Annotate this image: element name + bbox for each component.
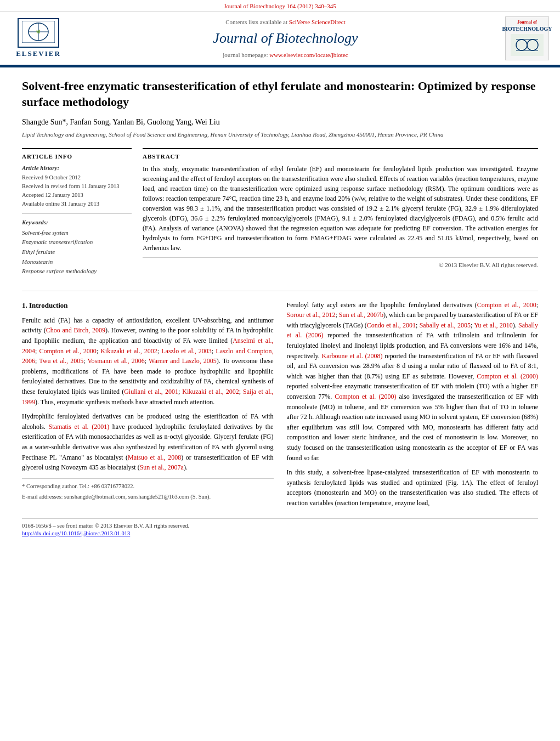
- received-revised-date: Received in revised form 11 January 2013: [22, 182, 132, 191]
- ref-giuliani[interactable]: Giuliani et al., 2001: [124, 388, 178, 395]
- body-divider: [22, 291, 538, 291]
- homepage-link[interactable]: www.elsevier.com/locate/jbiotec: [269, 52, 348, 58]
- ref-twu[interactable]: Twu et al., 2005: [39, 357, 83, 365]
- article-info-heading: ARTICLE INFO: [22, 152, 132, 161]
- journal-logo-title: Journal of: [502, 19, 552, 25]
- abstract-text: In this study, enzymatic transesterifica…: [143, 164, 538, 253]
- article-info-abstract-section: ARTICLE INFO Article history: Received 9…: [22, 148, 538, 282]
- ref-warner[interactable]: Warner and Laszlo, 2005: [149, 357, 217, 365]
- affiliation: Lipid Technology and Engineering, School…: [22, 131, 538, 139]
- keyword-5: Response surface methodology: [22, 267, 132, 276]
- body-right-col: Feruloyl fatty acyl esters are the lipop…: [287, 300, 539, 513]
- bottom-footnotes: 0168-1656/$ – see front matter © 2013 El…: [22, 518, 538, 538]
- journal-logo-name: BIOTECHNOLOGY: [502, 25, 552, 33]
- ref-sorour[interactable]: Sorour et al., 2012: [287, 311, 336, 319]
- article-info: ARTICLE INFO Article history: Received 9…: [22, 148, 132, 282]
- header-center: Contents lists available at SciVerse Sci…: [66, 18, 505, 59]
- ref-compton2000r[interactable]: Compton et al., 2000: [477, 301, 536, 309]
- keywords-block: Keywords: Solvent-free system Enzymatic …: [22, 218, 132, 276]
- ref-compton2000c[interactable]: Compton et al. (2000): [335, 393, 396, 400]
- available-online-date: Available online 31 January 2013: [22, 200, 132, 208]
- doi-link[interactable]: http://dx.doi.org/10.1016/j.jbiotec.2013…: [22, 530, 130, 536]
- keyword-2: Enzymatic transesterification: [22, 237, 132, 247]
- keyword-1: Solvent-free system: [22, 228, 132, 238]
- ref-sun2007a[interactable]: Sun et al., 2007a: [140, 463, 184, 471]
- svg-text:🌿: 🌿: [36, 30, 41, 34]
- ref-kikuzaki[interactable]: Kikuzaki et al., 2002: [100, 347, 157, 355]
- contents-line: Contents lists available at SciVerse Sci…: [66, 18, 505, 26]
- doi-line: http://dx.doi.org/10.1016/j.jbiotec.2013…: [22, 530, 538, 538]
- keywords-list: Solvent-free system Enzymatic transester…: [22, 228, 132, 276]
- article-history-block: Article history: Received 9 October 2012…: [22, 164, 132, 208]
- ref-compton2000b[interactable]: Compton et al. (2000): [477, 372, 538, 380]
- elsevier-logo-box: 🌿: [18, 18, 59, 48]
- journal-title: Journal of Biotechnology: [66, 29, 505, 48]
- journal-header: 🌿 ELSEVIER Contents lists available at S…: [0, 12, 560, 66]
- body-columns: 1. Introduction Ferulic acid (FA) has a …: [22, 300, 538, 513]
- journal-reference-bar: Journal of Biotechnology 164 (2012) 340–…: [0, 0, 560, 12]
- elsevier-name: ELSEVIER: [16, 49, 61, 59]
- sciverse-link[interactable]: SciVerse ScienceDirect: [289, 19, 346, 25]
- elsevier-logo: 🌿 ELSEVIER: [11, 18, 66, 59]
- copyright-line: © 2013 Elsevier B.V. All rights reserved…: [143, 257, 538, 269]
- keyword-3: Ethyl ferulate: [22, 247, 132, 257]
- journal-reference-text: Journal of Biotechnology 164 (2012) 340–…: [224, 3, 336, 9]
- main-content: Solvent-free enzymatic transesterificati…: [0, 67, 560, 549]
- ref-sun2007b[interactable]: Sun et al., 2007b: [339, 311, 383, 319]
- ref-matsuo[interactable]: Matsuo et al., 2008: [128, 454, 181, 461]
- keywords-label: Keywords:: [22, 218, 132, 227]
- homepage-line: journal homepage: www.elsevier.com/locat…: [66, 51, 505, 59]
- article-title: Solvent-free enzymatic transesterificati…: [22, 78, 538, 110]
- abstract-section: ABSTRACT In this study, enzymatic transe…: [143, 148, 538, 282]
- ref-choo[interactable]: Choo and Birch, 2009: [46, 326, 105, 334]
- article-history-label: Article history:: [22, 164, 132, 172]
- ref-stamatis[interactable]: Stamatis et al. (2001): [49, 423, 110, 431]
- right-p1: Feruloyl fatty acyl esters are the lipop…: [287, 300, 539, 463]
- issn-line: 0168-1656/$ – see front matter © 2013 El…: [22, 522, 538, 530]
- ref-kikuzaki2[interactable]: Kikuzaki et al., 2002: [182, 388, 239, 395]
- abstract-heading: ABSTRACT: [143, 152, 538, 161]
- footnote-email: E-mail addresses: sunshangde@hotmail.com…: [22, 493, 274, 501]
- intro-p2: Hydrophilic feruloylated derivatives can…: [22, 411, 274, 473]
- ref-laszlo2003[interactable]: Laszlo et al., 2003: [161, 347, 212, 355]
- ref-condo[interactable]: Condo et al., 2001: [367, 321, 416, 329]
- ref-yu[interactable]: Yu et al., 2010: [474, 321, 513, 329]
- keyword-4: Monostearin: [22, 257, 132, 267]
- ref-karboune[interactable]: Karboune et al. (2008): [321, 352, 382, 360]
- right-p2: In this study, a solvent-free lipase-cat…: [287, 467, 539, 508]
- received-date: Received 9 October 2012: [22, 173, 132, 182]
- ref-vosmann[interactable]: Vosmann et al., 2006: [88, 357, 145, 365]
- authors-text: Shangde Sun*, Fanfan Song, Yanlan Bi, Gu…: [22, 118, 220, 126]
- authors: Shangde Sun*, Fanfan Song, Yanlan Bi, Gu…: [22, 117, 538, 128]
- body-left-col: 1. Introduction Ferulic acid (FA) has a …: [22, 300, 274, 513]
- section1-heading: 1. Introduction: [22, 300, 274, 311]
- accepted-date: Accepted 12 January 2013: [22, 191, 132, 200]
- footnote-corr-author: * Corresponding author. Tel.: +86 037167…: [22, 482, 274, 491]
- ref-sabally2005[interactable]: Sabally et al., 2005: [420, 321, 471, 329]
- footnote-section: * Corresponding author. Tel.: +86 037167…: [22, 478, 274, 502]
- journal-logo: Journal of BIOTECHNOLOGY: [505, 16, 549, 60]
- ref-compton2000[interactable]: Compton et al., 2000: [39, 347, 96, 355]
- intro-p1: Ferulic acid (FA) has a capacity of anti…: [22, 315, 274, 407]
